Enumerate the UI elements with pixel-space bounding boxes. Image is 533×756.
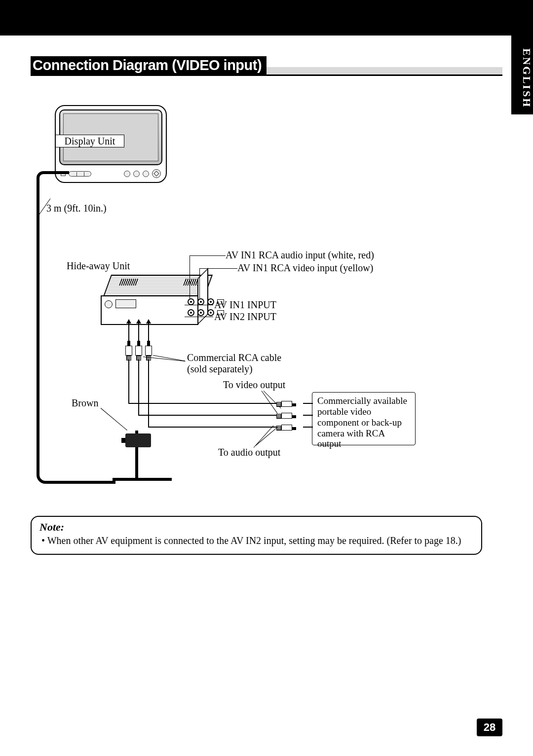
wire [303,415,313,416]
leader-line [148,324,149,342]
wire [303,403,313,404]
section-title: Connection Diagram (VIDEO input) [31,56,266,74]
leader-line [185,305,213,305]
ctrl-icon [124,171,130,177]
main-cable [37,178,115,484]
rca-cable-label: Commercial RCA cable [187,352,281,363]
rca-jack-icon [207,298,214,305]
arrow-up-icon [136,319,141,324]
leader-line [185,317,213,317]
section-title-row: Connection Diagram (VIDEO input) [31,56,502,76]
note-bullet: • When other AV equipment is connected t… [39,535,473,547]
wire [128,403,276,404]
ctrl-icon [69,171,91,177]
hideaway-unit [101,275,208,330]
arrow-up-icon [126,319,131,324]
brown-label: Brown [72,397,98,409]
av-in1-input-label: AV IN1 INPUT [214,299,276,311]
rca-jack-icon [197,298,204,305]
av-in1-video-label: AV IN1 RCA video input (yellow) [237,262,373,274]
rca-jack-icon [188,298,194,305]
port-icon [115,299,136,308]
rca-plug-icon [276,412,296,419]
language-tab: ENGLISH [511,36,533,114]
page-number: 28 [477,719,502,736]
av-in1-audio-label: AV IN1 RCA audio input (white, red) [226,250,374,261]
wire [148,360,149,428]
header-black-bar [0,0,533,36]
cable-segment [113,478,172,481]
leader-line [254,426,274,448]
leader-line [199,268,200,299]
note-heading: Note: [39,521,473,534]
cable-length-label: 3 m (9ft. 10in.) [46,203,107,214]
title-tail [266,67,502,76]
rca-plug-icon [125,341,132,360]
leader-line [138,324,139,342]
rca-plug-icon [276,400,296,407]
wire [303,427,313,428]
connection-diagram: Display Unit 3 m (9ft. 10in.) Hide-away … [37,105,466,495]
arrow-up-icon [146,319,151,324]
rca-plug-icon [276,424,296,431]
leader-line [128,324,129,342]
ctrl-dpad-icon [152,169,161,178]
display-unit-label: Display Unit [55,135,124,147]
rca-cable-sold-label: (sold separately) [187,363,253,375]
to-video-output-label: To video output [223,379,285,391]
note-box: Note: • When other AV equipment is conne… [31,516,482,555]
display-controls [61,168,161,179]
component-box: Commercially available portable video co… [312,392,416,445]
leader-line [256,427,278,446]
av-in2-input-label: AV IN2 INPUT [214,311,276,323]
to-audio-output-label: To audio output [218,447,280,458]
ctrl-icon [133,171,140,177]
leader-line [199,268,237,269]
vent-icon [119,279,139,286]
rca-jack-icon [207,309,214,316]
leader-line [190,255,190,299]
brown-connector-icon [125,433,151,447]
leader-line [190,255,226,256]
port-icon [105,300,113,308]
rca-jack-icon [197,309,204,316]
ctrl-icon [143,171,149,177]
wire [138,360,139,416]
wire [148,427,276,428]
hideaway-unit-label: Hide-away Unit [67,260,130,272]
wire [138,415,276,416]
rca-jack-icon [188,309,194,316]
rca-plug-icon [135,341,142,360]
wire [128,360,129,404]
